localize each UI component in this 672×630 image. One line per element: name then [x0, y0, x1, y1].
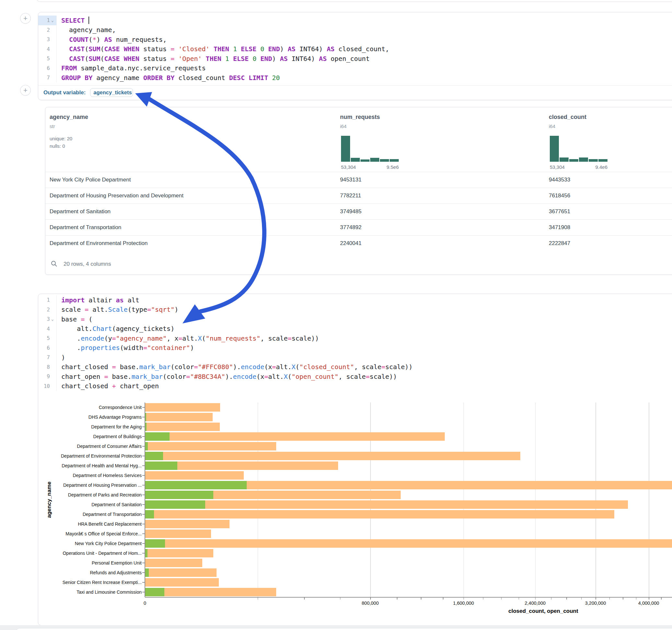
code-line[interactable]: 2 agency_name,	[38, 25, 672, 35]
code-token: , x	[167, 335, 178, 342]
table-footer-summary: 20 rows, 4 columns	[64, 261, 111, 267]
cell-num-requests: 9453131	[340, 177, 361, 183]
code-token: =	[170, 45, 174, 53]
code-token: 'Closed'	[178, 45, 210, 53]
code-token: AS	[280, 55, 288, 63]
code-line[interactable]: 6FROM sample_data.nyc.service_requests	[38, 64, 672, 73]
code-token: chart_closed	[61, 382, 112, 390]
code-line[interactable]: 5 CAST(SUM(CASE WHEN status = 'Open' THE…	[38, 54, 672, 64]
code-token: INT64)	[296, 45, 327, 53]
code-token: ).	[225, 373, 233, 381]
column-unique-count: unique: 20	[50, 136, 72, 141]
code-token: SUM	[89, 45, 100, 53]
code-token: X	[292, 363, 296, 371]
cell-num-requests: 3774892	[340, 224, 361, 231]
code-token: (y	[104, 335, 112, 342]
code-token: (width	[120, 344, 143, 352]
table-row: Department of Environmental Protection22…	[45, 235, 672, 251]
code-line[interactable]: 1import altair as alt	[38, 295, 672, 305]
fold-chevron-icon[interactable]: ⌄	[50, 18, 55, 23]
code-token: =	[272, 363, 276, 371]
code-line[interactable]: 7GROUP BY agency_name ORDER BY closed_co…	[38, 73, 672, 83]
line-number-gutter: 10	[38, 382, 56, 391]
line-number-gutter: 2	[38, 305, 56, 315]
line-number-gutter: 8	[38, 362, 56, 372]
code-token	[264, 45, 268, 53]
code-token: (	[100, 55, 104, 63]
code-token: )	[96, 35, 104, 43]
cell-num-requests: 2240041	[340, 240, 361, 247]
code-line[interactable]: 3 COUNT(*) AS num_requests,	[38, 35, 672, 44]
search-icon[interactable]	[51, 260, 58, 267]
sql-cell: 1⌄SELECT 2 agency_name,3 COUNT(*) AS num…	[38, 12, 672, 100]
code-token: =	[85, 306, 89, 313]
code-token: open_count	[327, 55, 369, 63]
code-token	[174, 55, 178, 63]
python-code-editor[interactable]: 1import altair as alt2scale = alt.Scale(…	[38, 295, 672, 391]
code-token: =	[264, 373, 268, 381]
code-token: AS	[104, 35, 112, 43]
code-token: DESC	[229, 74, 245, 82]
code-token: closed_count	[174, 74, 229, 82]
code-token: )	[61, 354, 65, 361]
fold-chevron-icon[interactable]: ⌄	[50, 317, 55, 321]
code-token: properties	[81, 344, 120, 352]
code-token: 'Open'	[178, 55, 201, 63]
code-line[interactable]: 7)	[38, 353, 672, 362]
code-line[interactable]: 3⌄base = (	[38, 314, 672, 324]
histogram-bar	[598, 159, 607, 162]
code-token: =	[170, 55, 174, 63]
code-token: )	[272, 55, 280, 63]
code-token: =	[366, 373, 369, 381]
add-cell-button-top[interactable]: +	[20, 13, 31, 24]
code-token: COUNT	[69, 35, 89, 43]
line-number-gutter: 3⌄	[38, 314, 56, 324]
code-token: )	[280, 45, 288, 53]
column-header-agency-name: agency_name	[50, 114, 88, 121]
code-token: encode	[233, 373, 257, 381]
code-line[interactable]: 4 alt.Chart(agency_tickets)	[38, 324, 672, 334]
code-token	[61, 35, 69, 43]
add-cell-button-output[interactable]: +	[20, 85, 31, 96]
sql-code-editor[interactable]: 1⌄SELECT 2 agency_name,3 COUNT(*) AS num…	[38, 16, 672, 83]
code-line[interactable]: 2scale = alt.Scale(type="sqrt")	[38, 305, 672, 315]
cell-agency-name: Department of Environmental Protection	[50, 240, 147, 247]
output-variable-chip[interactable]: agency_tickets	[90, 88, 133, 97]
code-token: chart_open	[116, 382, 159, 390]
code-line[interactable]: 1⌄SELECT	[38, 16, 672, 25]
code-token	[210, 45, 214, 53]
cell-agency-name: Department of Sanitation	[50, 209, 111, 215]
code-token	[61, 45, 69, 53]
line-number-gutter: 5	[38, 334, 56, 343]
code-line[interactable]: 8chart_closed = base.mark_bar(color="#FF…	[38, 362, 672, 372]
code-token: .	[61, 335, 81, 342]
code-token: =	[288, 335, 291, 342]
cell-closed-count: 3677651	[549, 209, 570, 215]
code-line[interactable]: 4 CAST(SUM(CASE WHEN status = 'Closed' T…	[38, 44, 672, 54]
code-line[interactable]: 6 .properties(width="container")	[38, 343, 672, 353]
code-token: (color	[170, 363, 194, 371]
code-token	[268, 74, 272, 82]
code-token	[245, 74, 249, 82]
code-token: (agency_tickets)	[112, 325, 175, 333]
code-token: alt	[124, 296, 139, 304]
code-token: =	[104, 373, 108, 381]
code-token: AS	[319, 55, 327, 63]
code-token: END	[260, 55, 272, 63]
code-token: END	[268, 45, 280, 53]
code-line[interactable]: 5 .encode(y="agency_name", x=alt.X("num_…	[38, 334, 672, 343]
code-token: CASE	[104, 55, 120, 63]
code-token: "open_count"	[292, 373, 339, 381]
code-token: 0	[260, 45, 264, 53]
code-line[interactable]: 10chart_closed + chart_open	[38, 382, 672, 391]
code-token	[221, 55, 225, 63]
code-token	[229, 45, 233, 53]
code-token: "agency_name"	[116, 335, 167, 342]
code-token	[85, 17, 89, 24]
code-token: WHEN	[124, 45, 139, 53]
code-line[interactable]: 9chart_open = base.mark_bar(color="#8BC3…	[38, 372, 672, 382]
histogram-bar	[351, 158, 360, 162]
code-token: (x	[264, 363, 272, 371]
code-token: )	[174, 306, 178, 313]
code-token: alt.	[276, 363, 291, 371]
